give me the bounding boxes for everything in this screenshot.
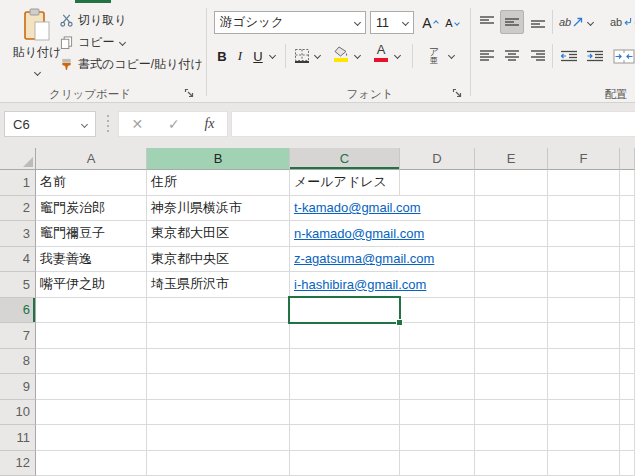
- align-top-button[interactable]: [476, 10, 498, 34]
- align-center-button[interactable]: [500, 44, 524, 68]
- insert-function-button[interactable]: fx: [204, 116, 214, 132]
- cell-E11[interactable]: [475, 425, 548, 451]
- formula-bar-resize-dots-icon[interactable]: [107, 120, 109, 122]
- font-size-combo[interactable]: 11: [370, 11, 414, 34]
- cell-E5[interactable]: [475, 272, 548, 298]
- row-header-10[interactable]: 10: [0, 400, 36, 426]
- formula-input[interactable]: [231, 111, 635, 137]
- font-name-dropdown-icon[interactable]: [354, 19, 361, 26]
- cell-partial8[interactable]: [620, 349, 635, 375]
- paste-dropdown-icon[interactable]: [33, 69, 40, 76]
- row-header-12[interactable]: 12: [0, 451, 36, 476]
- cell-A12[interactable]: [36, 451, 147, 476]
- column-header-partial[interactable]: [620, 148, 635, 170]
- align-middle-button[interactable]: [500, 10, 524, 34]
- underline-button[interactable]: U: [249, 44, 267, 68]
- cell-B7[interactable]: [147, 323, 290, 349]
- row-header-1[interactable]: 1: [0, 170, 36, 196]
- cell-partial1[interactable]: [620, 170, 635, 196]
- cell-partial4[interactable]: [620, 247, 635, 273]
- cell-C12[interactable]: [290, 451, 400, 476]
- cell-B4[interactable]: 東京都中央区: [147, 247, 290, 273]
- increase-font-size-button[interactable]: A: [419, 11, 441, 35]
- format-painter-button[interactable]: 書式のコピー/貼り付け: [56, 53, 207, 75]
- cell-F2[interactable]: [548, 196, 620, 222]
- cell-F8[interactable]: [548, 349, 620, 375]
- cell-E3[interactable]: [475, 221, 548, 247]
- cell-E10[interactable]: [475, 400, 548, 426]
- cell-A1[interactable]: 名前: [36, 170, 147, 196]
- cell-E8[interactable]: [475, 349, 548, 375]
- copy-dropdown-icon[interactable]: [119, 38, 126, 45]
- cell-D7[interactable]: [400, 323, 475, 349]
- cell-D9[interactable]: [400, 374, 475, 400]
- cell-E4[interactable]: [475, 247, 548, 273]
- cell-C4[interactable]: z-agatsuma@gmail.com: [290, 247, 400, 273]
- cell-F10[interactable]: [548, 400, 620, 426]
- orientation-button[interactable]: ab: [558, 10, 584, 34]
- cell-D8[interactable]: [400, 349, 475, 375]
- row-header-5[interactable]: 5: [0, 272, 36, 298]
- cell-C2[interactable]: t-kamado@gmail.com: [290, 196, 400, 222]
- cell-C5[interactable]: i-hashibira@gmail.com: [290, 272, 400, 298]
- row-header-6[interactable]: 6: [0, 298, 36, 324]
- increase-indent-button[interactable]: [583, 44, 607, 68]
- cell-A7[interactable]: [36, 323, 147, 349]
- row-header-3[interactable]: 3: [0, 221, 36, 247]
- cell-F6[interactable]: [548, 298, 620, 324]
- cell-D4[interactable]: [400, 247, 475, 273]
- borders-button[interactable]: [292, 44, 312, 68]
- cell-D6[interactable]: [400, 298, 475, 324]
- cell-D10[interactable]: [400, 400, 475, 426]
- cell-D3[interactable]: [400, 221, 475, 247]
- cell-partial9[interactable]: [620, 374, 635, 400]
- cell-D12[interactable]: [400, 451, 475, 476]
- row-header-9[interactable]: 9: [0, 374, 36, 400]
- italic-button[interactable]: I: [231, 44, 249, 68]
- cell-partial6[interactable]: [620, 298, 635, 324]
- cell-E7[interactable]: [475, 323, 548, 349]
- cell-E2[interactable]: [475, 196, 548, 222]
- cell-D2[interactable]: [400, 196, 475, 222]
- cell-A5[interactable]: 嘴平伊之助: [36, 272, 147, 298]
- row-header-4[interactable]: 4: [0, 247, 36, 273]
- select-all-button[interactable]: [0, 148, 36, 170]
- cell-F11[interactable]: [548, 425, 620, 451]
- cell-A2[interactable]: 竈門炭治郎: [36, 196, 147, 222]
- align-left-button[interactable]: [476, 44, 498, 68]
- cell-A8[interactable]: [36, 349, 147, 375]
- orientation-dropdown-icon[interactable]: [587, 19, 594, 26]
- fill-handle[interactable]: [396, 319, 403, 326]
- cell-A11[interactable]: [36, 425, 147, 451]
- font-name-combo[interactable]: 游ゴシック: [214, 11, 366, 34]
- cell-C1[interactable]: メールアドレス: [290, 170, 400, 196]
- cell-partial3[interactable]: [620, 221, 635, 247]
- cut-button[interactable]: 切り取り: [56, 9, 207, 31]
- wrap-text-button[interactable]: ab c: [610, 10, 635, 34]
- cell-C9[interactable]: [290, 374, 400, 400]
- cell-F1[interactable]: [548, 170, 620, 196]
- name-box-dropdown-icon[interactable]: [81, 120, 88, 127]
- cell-C10[interactable]: [290, 400, 400, 426]
- cell-B1[interactable]: 住所: [147, 170, 290, 196]
- font-color-button[interactable]: A: [371, 42, 391, 62]
- cell-partial2[interactable]: [620, 196, 635, 222]
- name-box[interactable]: C6: [4, 111, 96, 137]
- font-dialog-launcher-icon[interactable]: [452, 88, 463, 99]
- cell-F5[interactable]: [548, 272, 620, 298]
- cell-E12[interactable]: [475, 451, 548, 476]
- cell-B5[interactable]: 埼玉県所沢市: [147, 272, 290, 298]
- cell-B2[interactable]: 神奈川県横浜市: [147, 196, 290, 222]
- cell-A10[interactable]: [36, 400, 147, 426]
- column-header-C[interactable]: C: [290, 148, 400, 170]
- cell-B9[interactable]: [147, 374, 290, 400]
- underline-dropdown-icon[interactable]: [269, 52, 276, 59]
- cell-F7[interactable]: [548, 323, 620, 349]
- enter-button[interactable]: ✓: [168, 116, 180, 132]
- phonetic-guide-button[interactable]: ア 亜: [422, 42, 446, 70]
- cell-B8[interactable]: [147, 349, 290, 375]
- cell-B12[interactable]: [147, 451, 290, 476]
- merge-center-button[interactable]: [611, 44, 635, 68]
- cell-F3[interactable]: [548, 221, 620, 247]
- align-bottom-button[interactable]: [527, 10, 549, 34]
